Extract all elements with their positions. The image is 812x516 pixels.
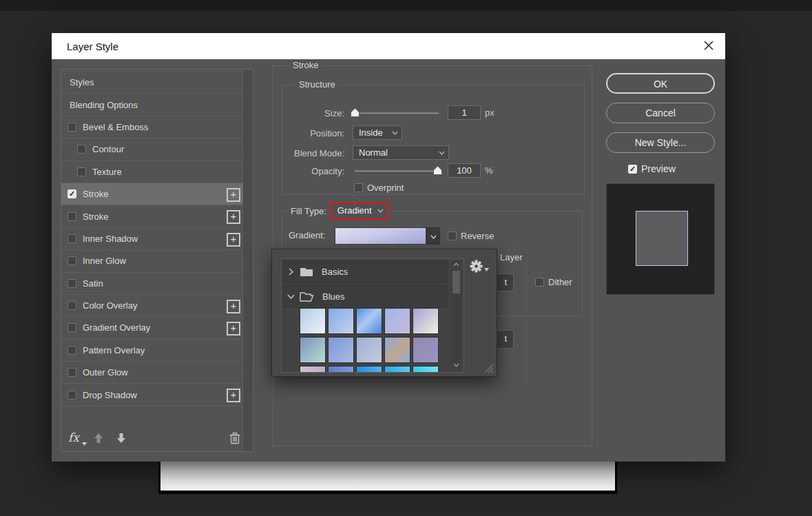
sidebar-item-gradient-overlay[interactable]: Gradient Overlay <box>61 317 243 339</box>
reverse-row: Reverse <box>448 231 494 241</box>
gradient-swatch-r3c4[interactable] <box>384 366 410 373</box>
gradient-swatch-r1c3[interactable] <box>356 308 382 334</box>
dither-row: Dither <box>535 277 572 287</box>
sidebar-item-color-overlay[interactable]: Color Overlay <box>61 295 243 317</box>
blend-mode-label: Blend Mode: <box>282 148 344 158</box>
bevel-emboss-enable-checkbox[interactable] <box>67 123 76 132</box>
close-icon[interactable] <box>703 40 714 53</box>
size-unit: px <box>485 107 495 118</box>
layer-style-dialog: Layer Style StylesBlending OptionsBevel … <box>52 33 725 462</box>
position-label: Position: <box>282 128 344 138</box>
add-instance-button[interactable] <box>227 210 240 224</box>
inner-glow-enable-checkbox[interactable] <box>67 256 76 265</box>
delete-effect-button[interactable] <box>229 432 240 446</box>
sidebar-item-inner-shadow[interactable]: Inner Shadow <box>61 228 243 250</box>
sidebar-item-stroke-2[interactable]: Stroke <box>61 205 243 227</box>
cancel-button[interactable]: Cancel <box>606 103 715 123</box>
preview-checkbox[interactable] <box>628 165 637 174</box>
ok-button[interactable]: OK <box>606 73 715 94</box>
blend-mode-dropdown[interactable]: Normal <box>353 145 449 160</box>
inner-shadow-enable-checkbox[interactable] <box>67 234 76 243</box>
overprint-row: Overprint <box>354 183 404 193</box>
add-instance-button[interactable] <box>227 389 240 402</box>
stroke-enable-checkbox[interactable] <box>67 189 76 198</box>
folder-basics[interactable]: Basics <box>282 260 448 285</box>
opacity-slider-thumb[interactable] <box>433 166 442 175</box>
dither-label: Dither <box>548 277 572 287</box>
preview-row: Preview <box>628 163 676 174</box>
size-slider-track[interactable] <box>355 112 439 115</box>
folder-open-icon <box>300 291 314 302</box>
preview-label: Preview <box>641 163 676 174</box>
sidebar-item-blending-options[interactable]: Blending Options <box>61 94 243 116</box>
sidebar-item-contour[interactable]: Contour <box>61 138 243 161</box>
position-dropdown[interactable]: Inside <box>353 125 402 140</box>
gradient-picker-dropdown-button[interactable] <box>426 227 440 245</box>
gradient-swatch-r3c2[interactable] <box>328 366 354 373</box>
dither-checkbox[interactable] <box>535 278 544 287</box>
gradient-preview-swatch[interactable] <box>335 227 426 245</box>
outer-glow-enable-checkbox[interactable] <box>67 368 76 377</box>
gear-icon <box>470 260 483 273</box>
size-slider-thumb[interactable] <box>351 108 360 117</box>
gradient-swatch-r3c3[interactable] <box>356 366 382 373</box>
scrollbar-thumb[interactable] <box>452 271 460 293</box>
add-instance-button[interactable] <box>227 322 240 336</box>
texture-enable-checkbox[interactable] <box>77 167 86 176</box>
sidebar-item-styles[interactable]: Styles <box>61 72 243 94</box>
folder-name: Basics <box>322 267 348 277</box>
contour-enable-checkbox[interactable] <box>77 145 86 154</box>
gradient-swatch-r2c1[interactable] <box>300 337 326 363</box>
opacity-unit: % <box>485 165 493 176</box>
gradient-swatch-r3c1[interactable] <box>300 366 326 373</box>
sidebar-item-texture[interactable]: Texture <box>61 161 243 183</box>
overprint-checkbox[interactable] <box>354 183 363 192</box>
position-value: Inside <box>359 127 383 138</box>
panel-title: Stroke <box>289 60 322 70</box>
color-overlay-enable-checkbox[interactable] <box>67 301 76 310</box>
gradient-settings-button[interactable] <box>470 260 483 275</box>
sidebar-item-satin[interactable]: Satin <box>61 273 243 295</box>
gradient-swatch-r1c1[interactable] <box>300 308 326 334</box>
sidebar-item-bevel-emboss[interactable]: Bevel & Emboss <box>61 116 243 138</box>
fill-type-dropdown[interactable]: Gradient <box>330 202 388 220</box>
gradient-swatch-r1c4[interactable] <box>384 308 410 334</box>
pattern-overlay-enable-checkbox[interactable] <box>67 346 76 355</box>
move-effect-up-button[interactable] <box>92 432 105 446</box>
resize-grip-icon[interactable] <box>482 362 495 374</box>
opacity-value-input[interactable]: 100 <box>448 163 481 178</box>
add-effect-button[interactable]: fx <box>68 431 79 444</box>
sidebar-item-label: Styles <box>70 77 94 87</box>
preview-square <box>636 211 688 266</box>
sidebar-item-label: Drop Shadow <box>83 390 137 400</box>
move-effect-down-button[interactable] <box>115 432 127 446</box>
gradient-swatch-r2c4[interactable] <box>384 337 410 363</box>
reverse-checkbox[interactable] <box>448 231 457 240</box>
gradient-swatch-r1c2[interactable] <box>328 308 354 334</box>
satin-enable-checkbox[interactable] <box>67 279 76 288</box>
gradient-swatch-r2c3[interactable] <box>356 337 382 363</box>
sidebar-item-drop-shadow[interactable]: Drop Shadow <box>61 384 243 406</box>
gradient-swatch-r1c5[interactable] <box>413 308 439 334</box>
opacity-slider-track[interactable] <box>355 170 441 173</box>
drop-shadow-enable-checkbox[interactable] <box>67 391 76 400</box>
folder-blues[interactable]: Blues <box>282 285 448 309</box>
sidebar-item-pattern-overlay[interactable]: Pattern Overlay <box>61 340 243 362</box>
scroll-up-icon <box>453 262 459 267</box>
gradient-overlay-enable-checkbox[interactable] <box>67 323 76 332</box>
sidebar-item-inner-glow[interactable]: Inner Glow <box>61 250 243 272</box>
sidebar-item-stroke[interactable]: Stroke <box>61 183 243 205</box>
stroke-enable-checkbox[interactable] <box>67 212 76 221</box>
gradient-swatch-r3c5[interactable] <box>413 366 439 373</box>
trash-icon <box>229 432 240 444</box>
gradient-list-scrollbar[interactable] <box>452 260 461 369</box>
new-style-button[interactable]: New Style... <box>606 132 715 153</box>
add-instance-button[interactable] <box>227 300 240 313</box>
sidebar-scrollbar[interactable] <box>242 70 253 451</box>
size-value-input[interactable]: 1 <box>448 105 481 120</box>
gradient-swatch-r2c2[interactable] <box>328 337 354 363</box>
sidebar-item-outer-glow[interactable]: Outer Glow <box>61 362 243 384</box>
gradient-swatch-r2c5[interactable] <box>413 337 439 363</box>
add-instance-button[interactable] <box>227 188 240 202</box>
add-instance-button[interactable] <box>227 233 240 247</box>
